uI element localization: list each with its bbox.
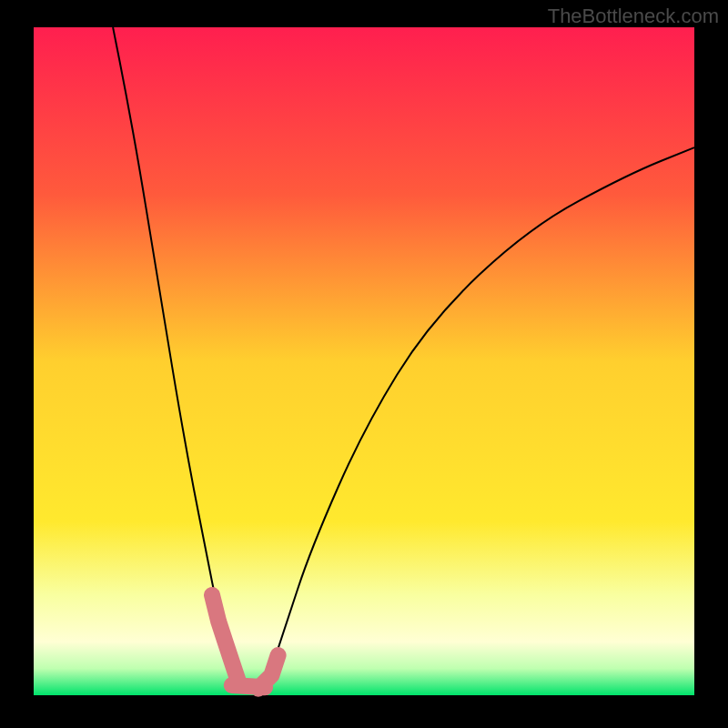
curve-layer bbox=[34, 27, 694, 695]
watermark-text: TheBottleneck.com bbox=[548, 5, 719, 28]
bottleneck-curve bbox=[113, 27, 694, 689]
optimum-markers bbox=[212, 595, 278, 689]
plot-area bbox=[34, 27, 694, 695]
